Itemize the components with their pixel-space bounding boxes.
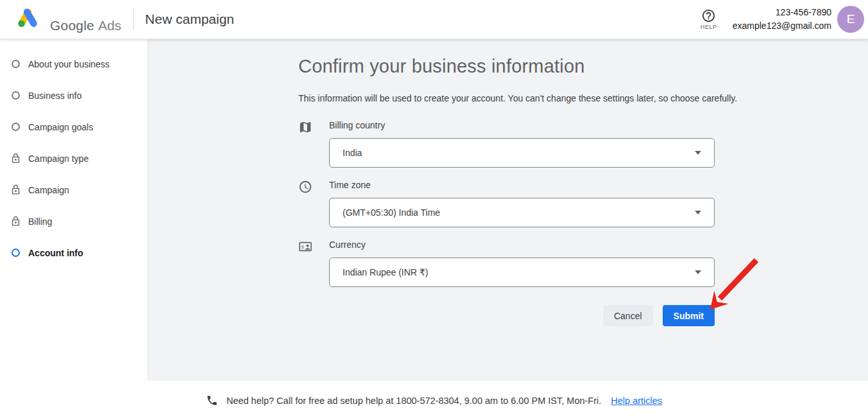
step-circle-icon — [10, 247, 21, 259]
step-circle-icon — [10, 121, 21, 133]
page-subheading: This information will be used to create … — [298, 93, 868, 103]
page-heading: Confirm your business information — [298, 56, 868, 77]
time-zone-select[interactable]: (GMT+05:30) India Time — [329, 198, 715, 227]
header-right: HELP 123-456-7890 example123@gmail.com E — [701, 6, 864, 33]
brand-google-text: Google — [50, 18, 94, 33]
step-circle-icon — [10, 58, 21, 70]
sidebar-item-campaign[interactable]: Campaign — [0, 174, 148, 206]
cancel-button[interactable]: Cancel — [603, 305, 653, 326]
help-icon — [701, 8, 716, 23]
app-header: Google Ads New campaign HELP 123-456-789… — [0, 0, 868, 39]
help-footer-text: Need help? Call for free ad setup help a… — [226, 396, 601, 406]
svg-text:$: $ — [302, 244, 305, 250]
time-zone-label: Time zone — [329, 180, 715, 190]
map-icon — [298, 120, 315, 168]
chevron-down-icon — [695, 270, 701, 274]
setup-steps-sidebar: About your business Business info Campai… — [0, 39, 148, 381]
clock-icon — [298, 180, 315, 227]
time-zone-value: (GMT+05:30) India Time — [343, 207, 440, 218]
billing-country-field: Billing country India — [298, 120, 715, 168]
sidebar-item-campaign-type[interactable]: Campaign type — [0, 143, 148, 174]
sidebar-item-label: Campaign type — [28, 153, 89, 164]
help-button[interactable]: HELP — [701, 8, 717, 30]
account-contact: 123-456-7890 example123@gmail.com — [733, 6, 831, 33]
avatar[interactable]: E — [837, 6, 864, 33]
header-divider — [133, 8, 134, 30]
account-phone: 123-456-7890 — [733, 6, 831, 19]
form-actions: Cancel Submit — [298, 305, 715, 326]
currency-select[interactable]: Indian Rupee (INR ₹) — [329, 258, 715, 287]
sidebar-item-account-info[interactable]: Account info — [0, 237, 148, 268]
avatar-initial: E — [847, 12, 855, 26]
billing-country-label: Billing country — [329, 120, 715, 130]
help-label: HELP — [701, 24, 717, 30]
currency-value: Indian Rupee (INR ₹) — [343, 267, 428, 277]
phone-icon — [206, 394, 218, 407]
account-info-form: Billing country India Time zone — [298, 120, 715, 287]
google-ads-logo-icon — [15, 6, 40, 30]
page-title: New campaign — [145, 12, 234, 27]
help-footer: Need help? Call for free ad setup help a… — [0, 381, 868, 420]
sidebar-item-about-your-business[interactable]: About your business — [0, 48, 148, 80]
lock-icon — [10, 184, 21, 196]
lock-icon — [10, 216, 21, 227]
sidebar-item-label: Campaign — [28, 185, 69, 195]
sidebar-item-label: About your business — [28, 59, 110, 69]
sidebar-item-label: Business info — [28, 91, 81, 101]
sidebar-item-billing[interactable]: Billing — [0, 206, 148, 237]
sidebar-item-business-info[interactable]: Business info — [0, 80, 148, 111]
step-circle-icon — [10, 90, 21, 101]
sidebar-item-label: Campaign goals — [28, 122, 93, 132]
submit-button[interactable]: Submit — [663, 305, 715, 326]
billing-country-select[interactable]: India — [329, 138, 715, 168]
sidebar-item-label: Billing — [28, 216, 52, 227]
brand-ads-text: Ads — [98, 18, 121, 33]
help-articles-link[interactable]: Help articles — [611, 396, 662, 406]
currency-field: $ Currency Indian Rupee (INR ₹) — [298, 240, 715, 287]
currency-label: Currency — [329, 240, 715, 250]
billing-country-value: India — [343, 148, 362, 158]
google-ads-signup-page: Google Ads New campaign HELP 123-456-789… — [0, 0, 868, 420]
account-email: example123@gmail.com — [733, 19, 831, 33]
sidebar-item-label: Account info — [28, 248, 83, 258]
body: About your business Business info Campai… — [0, 39, 868, 381]
chevron-down-icon — [695, 211, 701, 214]
payment-icon: $ — [298, 240, 315, 287]
chevron-down-icon — [695, 151, 701, 155]
main-content: Confirm your business information This i… — [148, 39, 868, 381]
time-zone-field: Time zone (GMT+05:30) India Time — [298, 180, 715, 227]
google-ads-brand[interactable]: Google Ads — [15, 6, 121, 33]
lock-icon — [10, 153, 21, 164]
sidebar-item-campaign-goals[interactable]: Campaign goals — [0, 111, 148, 143]
